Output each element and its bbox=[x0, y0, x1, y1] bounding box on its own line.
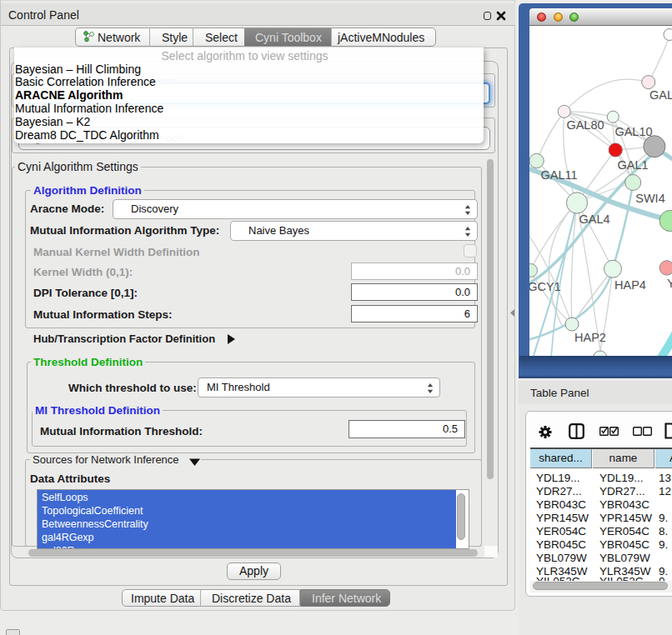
svg-text:GAL7: GAL7 bbox=[649, 88, 672, 102]
svg-text:HAP2: HAP2 bbox=[574, 331, 606, 344]
svg-text:Y: Y bbox=[667, 277, 672, 290]
svg-text:SWI4: SWI4 bbox=[635, 192, 664, 205]
svg-text:GAL1: GAL1 bbox=[617, 158, 648, 172]
svg-text:GAL11: GAL11 bbox=[540, 168, 577, 182]
svg-text:GAL10: GAL10 bbox=[614, 125, 652, 138]
svg-text:GAL80: GAL80 bbox=[566, 118, 604, 132]
svg-text:HAP4: HAP4 bbox=[614, 278, 646, 292]
svg-text:GAL4: GAL4 bbox=[579, 212, 609, 226]
svg-text:GCY1: GCY1 bbox=[529, 280, 561, 293]
